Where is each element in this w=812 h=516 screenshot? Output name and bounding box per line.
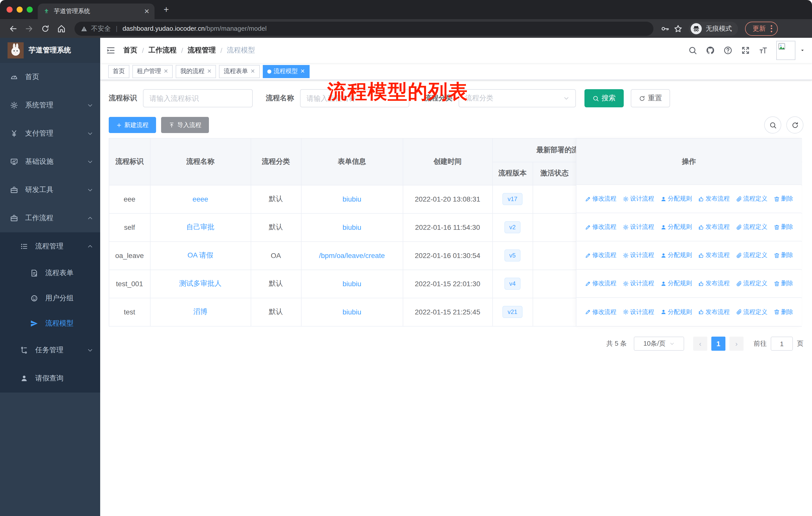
design-process-link[interactable]: 设计流程 xyxy=(622,223,654,231)
modify-process-link[interactable]: 修改流程 xyxy=(585,223,616,231)
breadcrumb-home[interactable]: 首页 xyxy=(123,46,138,55)
modify-process-link[interactable]: 修改流程 xyxy=(585,308,616,316)
password-key-icon[interactable] xyxy=(661,24,670,33)
process-name-link[interactable]: 测试多审批人 xyxy=(179,279,222,287)
sidebar-item-process-management[interactable]: 流程管理 xyxy=(0,232,100,261)
form-info-link[interactable]: biubiu xyxy=(343,195,361,203)
tab-close-icon[interactable]: ✕ xyxy=(144,7,149,15)
sidebar-item-process-form[interactable]: 流程表单 xyxy=(0,261,100,286)
tag-my-process[interactable]: 我的流程✕ xyxy=(176,65,216,78)
maximize-window-button[interactable] xyxy=(27,6,33,12)
assign-rule-link[interactable]: 分配规则 xyxy=(660,194,692,203)
tag-tenant[interactable]: 租户管理✕ xyxy=(133,65,173,78)
sidebar-logo[interactable]: 芋道管理系统 xyxy=(0,38,100,63)
refresh-table-button[interactable] xyxy=(786,116,804,134)
header-search-icon[interactable] xyxy=(688,46,697,55)
avatar[interactable] xyxy=(776,41,795,60)
publish-process-link[interactable]: 发布流程 xyxy=(698,308,730,316)
publish-process-link[interactable]: 发布流程 xyxy=(698,251,730,260)
sidebar-item-infrastructure[interactable]: 基础设施 xyxy=(0,147,100,176)
sidebar-item-task-management[interactable]: 任务管理 xyxy=(0,336,100,364)
new-process-button[interactable]: 新建流程 xyxy=(109,117,156,133)
sidebar-item-home[interactable]: 首页 xyxy=(0,63,100,91)
delete-link[interactable]: 删除 xyxy=(774,308,793,316)
design-process-link[interactable]: 设计流程 xyxy=(622,251,654,260)
delete-link[interactable]: 删除 xyxy=(774,251,793,260)
github-icon[interactable] xyxy=(706,46,715,55)
modify-process-link[interactable]: 修改流程 xyxy=(585,279,616,288)
sidebar-item-user-group[interactable]: 用户分组 xyxy=(0,286,100,311)
sidebar-item-devtools[interactable]: 研发工具 xyxy=(0,176,100,204)
form-info-link[interactable]: /bpm/oa/leave/create xyxy=(319,251,385,260)
back-icon[interactable] xyxy=(8,24,18,33)
forward-icon[interactable] xyxy=(25,24,34,33)
not-secure-warning-icon[interactable] xyxy=(81,25,88,32)
avatar-caret-icon[interactable] xyxy=(800,48,805,53)
delete-link[interactable]: 删除 xyxy=(774,194,793,203)
assign-rule-link[interactable]: 分配规则 xyxy=(660,251,692,260)
hamburger-collapse-icon[interactable] xyxy=(106,46,115,55)
sidebar-item-system[interactable]: 系统管理 xyxy=(0,91,100,119)
tag-process-form[interactable]: 流程表单✕ xyxy=(219,65,260,78)
publish-process-link[interactable]: 发布流程 xyxy=(698,279,730,288)
process-definition-link[interactable]: 流程定义 xyxy=(736,308,767,316)
process-name-link[interactable]: OA 请假 xyxy=(187,251,213,259)
process-definition-link[interactable]: 流程定义 xyxy=(736,223,767,231)
process-definition-link[interactable]: 流程定义 xyxy=(736,194,767,203)
import-process-button[interactable]: 导入流程 xyxy=(161,117,209,133)
fullscreen-icon[interactable] xyxy=(741,46,750,55)
design-process-link[interactable]: 设计流程 xyxy=(622,308,654,316)
help-icon[interactable] xyxy=(723,46,732,55)
tag-close-icon[interactable]: ✕ xyxy=(300,68,305,75)
next-page-button[interactable]: › xyxy=(729,336,744,351)
close-window-button[interactable] xyxy=(6,6,12,12)
form-info-link[interactable]: biubiu xyxy=(343,280,361,288)
new-tab-button[interactable]: + xyxy=(164,5,169,14)
tag-close-icon[interactable]: ✕ xyxy=(251,68,255,75)
assign-rule-link[interactable]: 分配规则 xyxy=(660,223,692,231)
process-name-link[interactable]: 滔博 xyxy=(193,308,207,316)
form-info-link[interactable]: biubiu xyxy=(343,308,361,316)
breadcrumb-process-management[interactable]: 流程管理 xyxy=(188,46,216,55)
process-id-input[interactable] xyxy=(143,89,253,107)
delete-link[interactable]: 删除 xyxy=(774,279,793,288)
reload-icon[interactable] xyxy=(41,24,50,33)
form-info-link[interactable]: biubiu xyxy=(343,223,361,231)
publish-process-link[interactable]: 发布流程 xyxy=(698,194,730,203)
address-bar[interactable]: 不安全 | dashboard.yudao.iocoder.cn/bpm/man… xyxy=(75,21,654,35)
search-button[interactable]: 搜索 xyxy=(584,89,624,107)
tag-process-model[interactable]: 流程模型✕ xyxy=(263,65,309,78)
reset-button[interactable]: 重置 xyxy=(631,89,670,107)
tag-close-icon[interactable]: ✕ xyxy=(164,68,168,75)
bookmark-star-icon[interactable] xyxy=(673,24,683,33)
breadcrumb-workflow[interactable]: 工作流程 xyxy=(148,46,177,55)
modify-process-link[interactable]: 修改流程 xyxy=(585,251,616,260)
process-category-select[interactable]: 流程分类 xyxy=(459,89,576,107)
prev-page-button[interactable]: ‹ xyxy=(693,336,707,351)
tag-close-icon[interactable]: ✕ xyxy=(207,68,211,75)
home-icon[interactable] xyxy=(57,24,66,33)
process-definition-link[interactable]: 流程定义 xyxy=(736,279,767,288)
browser-tab[interactable]: 芋道管理系统 ✕ xyxy=(38,3,154,19)
process-definition-link[interactable]: 流程定义 xyxy=(736,251,767,260)
sidebar-item-leave-query[interactable]: 请假查询 xyxy=(0,364,100,392)
modify-process-link[interactable]: 修改流程 xyxy=(585,194,616,203)
font-size-icon[interactable] xyxy=(759,46,768,55)
publish-process-link[interactable]: 发布流程 xyxy=(698,223,730,231)
chrome-update-button[interactable]: 更新 xyxy=(745,21,778,35)
process-name-link[interactable]: eeee xyxy=(193,195,208,203)
show-search-toggle-button[interactable] xyxy=(764,116,781,134)
assign-rule-link[interactable]: 分配规则 xyxy=(660,308,692,316)
page-1-button[interactable]: 1 xyxy=(711,336,725,351)
menu-dots-icon[interactable] xyxy=(771,25,772,32)
assign-rule-link[interactable]: 分配规则 xyxy=(660,279,692,288)
design-process-link[interactable]: 设计流程 xyxy=(622,194,654,203)
tag-home[interactable]: 首页 xyxy=(108,65,129,78)
page-size-select[interactable]: 10条/页 xyxy=(634,336,684,351)
design-process-link[interactable]: 设计流程 xyxy=(622,279,654,288)
delete-link[interactable]: 删除 xyxy=(774,223,793,231)
sidebar-item-workflow[interactable]: 工作流程 xyxy=(0,204,100,232)
minimize-window-button[interactable] xyxy=(17,6,23,12)
sidebar-item-process-model[interactable]: 流程模型 xyxy=(0,311,100,336)
sidebar-item-payment[interactable]: 支付管理 xyxy=(0,119,100,147)
